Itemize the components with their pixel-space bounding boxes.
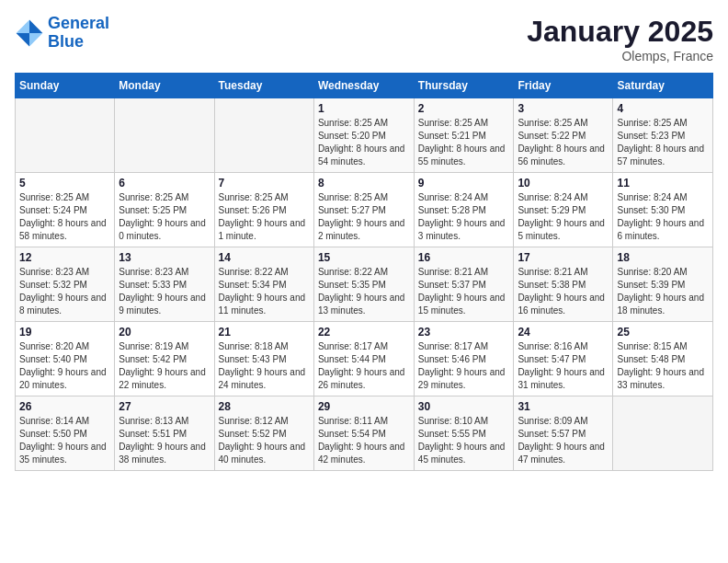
day-info: Sunrise: 8:17 AMSunset: 5:44 PMDaylight:…	[318, 340, 410, 392]
calendar-cell: 27Sunrise: 8:13 AMSunset: 5:51 PMDayligh…	[115, 396, 214, 471]
day-number: 14	[219, 251, 310, 264]
day-info: Sunrise: 8:17 AMSunset: 5:46 PMDaylight:…	[418, 340, 510, 392]
calendar-cell: 19Sunrise: 8:20 AMSunset: 5:40 PMDayligh…	[16, 322, 115, 396]
day-number: 1	[318, 102, 410, 115]
calendar-cell: 21Sunrise: 8:18 AMSunset: 5:43 PMDayligh…	[214, 322, 313, 396]
day-info: Sunrise: 8:21 AMSunset: 5:37 PMDaylight:…	[418, 266, 510, 317]
page-header: General Blue January 2025 Olemps, France	[15, 15, 713, 63]
calendar-cell: 9Sunrise: 8:24 AMSunset: 5:28 PMDaylight…	[414, 173, 514, 247]
weekday-header: Tuesday	[214, 74, 313, 98]
weekday-header: Sunday	[16, 74, 115, 98]
day-number: 3	[518, 102, 609, 115]
calendar-cell	[16, 98, 115, 173]
day-number: 16	[418, 251, 510, 264]
calendar-cell: 7Sunrise: 8:25 AMSunset: 5:26 PMDaylight…	[214, 173, 313, 247]
calendar-cell: 30Sunrise: 8:10 AMSunset: 5:55 PMDayligh…	[414, 396, 514, 471]
calendar-cell: 23Sunrise: 8:17 AMSunset: 5:46 PMDayligh…	[414, 322, 514, 396]
svg-marker-2	[17, 19, 29, 32]
day-info: Sunrise: 8:25 AMSunset: 5:22 PMDaylight:…	[518, 117, 609, 168]
calendar-cell: 16Sunrise: 8:21 AMSunset: 5:37 PMDayligh…	[414, 247, 514, 322]
day-number: 8	[318, 177, 410, 190]
day-number: 31	[518, 400, 609, 413]
title-block: January 2025 Olemps, France	[527, 15, 713, 63]
day-info: Sunrise: 8:19 AMSunset: 5:42 PMDaylight:…	[119, 340, 210, 392]
calendar-cell: 17Sunrise: 8:21 AMSunset: 5:38 PMDayligh…	[514, 247, 613, 322]
day-number: 7	[219, 177, 310, 190]
day-info: Sunrise: 8:20 AMSunset: 5:39 PMDaylight:…	[617, 266, 709, 317]
day-info: Sunrise: 8:18 AMSunset: 5:43 PMDaylight:…	[219, 340, 310, 392]
day-info: Sunrise: 8:24 AMSunset: 5:28 PMDaylight:…	[418, 191, 510, 243]
day-info: Sunrise: 8:13 AMSunset: 5:51 PMDaylight:…	[119, 415, 210, 466]
day-number: 25	[617, 326, 709, 339]
day-info: Sunrise: 8:22 AMSunset: 5:34 PMDaylight:…	[219, 266, 310, 317]
day-info: Sunrise: 8:25 AMSunset: 5:24 PMDaylight:…	[19, 191, 110, 243]
calendar-cell: 29Sunrise: 8:11 AMSunset: 5:54 PMDayligh…	[313, 396, 414, 471]
calendar-cell: 26Sunrise: 8:14 AMSunset: 5:50 PMDayligh…	[16, 396, 115, 471]
weekday-header: Monday	[115, 74, 214, 98]
calendar-cell: 10Sunrise: 8:24 AMSunset: 5:29 PMDayligh…	[514, 173, 613, 247]
day-number: 29	[318, 400, 410, 413]
calendar-cell	[115, 98, 214, 173]
calendar-cell: 14Sunrise: 8:22 AMSunset: 5:34 PMDayligh…	[214, 247, 313, 322]
weekday-header: Wednesday	[313, 74, 414, 98]
day-number: 18	[617, 251, 709, 264]
day-info: Sunrise: 8:21 AMSunset: 5:38 PMDaylight:…	[518, 266, 609, 317]
weekday-header: Thursday	[414, 74, 514, 98]
logo-icon	[15, 18, 44, 48]
calendar-cell: 4Sunrise: 8:25 AMSunset: 5:23 PMDaylight…	[613, 98, 713, 173]
day-info: Sunrise: 8:25 AMSunset: 5:26 PMDaylight:…	[219, 191, 310, 243]
day-info: Sunrise: 8:11 AMSunset: 5:54 PMDaylight:…	[318, 415, 410, 466]
day-number: 21	[219, 326, 310, 339]
day-number: 24	[518, 326, 609, 339]
calendar-table: SundayMondayTuesdayWednesdayThursdayFrid…	[15, 73, 713, 471]
calendar-cell: 8Sunrise: 8:25 AMSunset: 5:27 PMDaylight…	[313, 173, 414, 247]
day-number: 15	[318, 251, 410, 264]
calendar-cell: 13Sunrise: 8:23 AMSunset: 5:33 PMDayligh…	[115, 247, 214, 322]
calendar-week-row: 26Sunrise: 8:14 AMSunset: 5:50 PMDayligh…	[16, 396, 713, 471]
day-number: 13	[119, 251, 210, 264]
calendar-week-row: 19Sunrise: 8:20 AMSunset: 5:40 PMDayligh…	[16, 322, 713, 396]
svg-marker-1	[29, 33, 42, 46]
day-info: Sunrise: 8:24 AMSunset: 5:29 PMDaylight:…	[518, 191, 609, 243]
day-number: 12	[19, 251, 110, 264]
logo-text: General Blue	[48, 15, 109, 52]
calendar-cell: 6Sunrise: 8:25 AMSunset: 5:25 PMDaylight…	[115, 173, 214, 247]
calendar-cell	[613, 396, 713, 471]
day-number: 19	[19, 326, 110, 339]
calendar-cell: 25Sunrise: 8:15 AMSunset: 5:48 PMDayligh…	[613, 322, 713, 396]
calendar-header-row: SundayMondayTuesdayWednesdayThursdayFrid…	[16, 74, 713, 98]
day-info: Sunrise: 8:10 AMSunset: 5:55 PMDaylight:…	[418, 415, 510, 466]
calendar-cell: 15Sunrise: 8:22 AMSunset: 5:35 PMDayligh…	[313, 247, 414, 322]
day-info: Sunrise: 8:24 AMSunset: 5:30 PMDaylight:…	[617, 191, 709, 243]
day-info: Sunrise: 8:25 AMSunset: 5:20 PMDaylight:…	[318, 117, 410, 168]
calendar-cell: 31Sunrise: 8:09 AMSunset: 5:57 PMDayligh…	[514, 396, 613, 471]
calendar-cell: 2Sunrise: 8:25 AMSunset: 5:21 PMDaylight…	[414, 98, 514, 173]
day-number: 5	[19, 177, 110, 190]
day-info: Sunrise: 8:22 AMSunset: 5:35 PMDaylight:…	[318, 266, 410, 317]
day-number: 17	[518, 251, 609, 264]
calendar-cell: 1Sunrise: 8:25 AMSunset: 5:20 PMDaylight…	[313, 98, 414, 173]
day-number: 11	[617, 177, 709, 190]
day-number: 10	[518, 177, 609, 190]
svg-marker-3	[17, 33, 29, 46]
day-info: Sunrise: 8:25 AMSunset: 5:27 PMDaylight:…	[318, 191, 410, 243]
day-info: Sunrise: 8:25 AMSunset: 5:23 PMDaylight:…	[617, 117, 709, 168]
location: Olemps, France	[527, 49, 713, 63]
day-number: 22	[318, 326, 410, 339]
weekday-header: Friday	[514, 74, 613, 98]
day-number: 23	[418, 326, 510, 339]
calendar-cell: 5Sunrise: 8:25 AMSunset: 5:24 PMDaylight…	[16, 173, 115, 247]
day-info: Sunrise: 8:20 AMSunset: 5:40 PMDaylight:…	[19, 340, 110, 392]
calendar-cell: 3Sunrise: 8:25 AMSunset: 5:22 PMDaylight…	[514, 98, 613, 173]
weekday-header: Saturday	[613, 74, 713, 98]
day-number: 9	[418, 177, 510, 190]
logo: General Blue	[15, 15, 109, 52]
calendar-week-row: 1Sunrise: 8:25 AMSunset: 5:20 PMDaylight…	[16, 98, 713, 173]
day-number: 20	[119, 326, 210, 339]
month-title: January 2025	[527, 15, 713, 49]
day-info: Sunrise: 8:25 AMSunset: 5:25 PMDaylight:…	[119, 191, 210, 243]
calendar-cell: 12Sunrise: 8:23 AMSunset: 5:32 PMDayligh…	[16, 247, 115, 322]
calendar-cell: 18Sunrise: 8:20 AMSunset: 5:39 PMDayligh…	[613, 247, 713, 322]
day-number: 30	[418, 400, 510, 413]
calendar-cell: 24Sunrise: 8:16 AMSunset: 5:47 PMDayligh…	[514, 322, 613, 396]
